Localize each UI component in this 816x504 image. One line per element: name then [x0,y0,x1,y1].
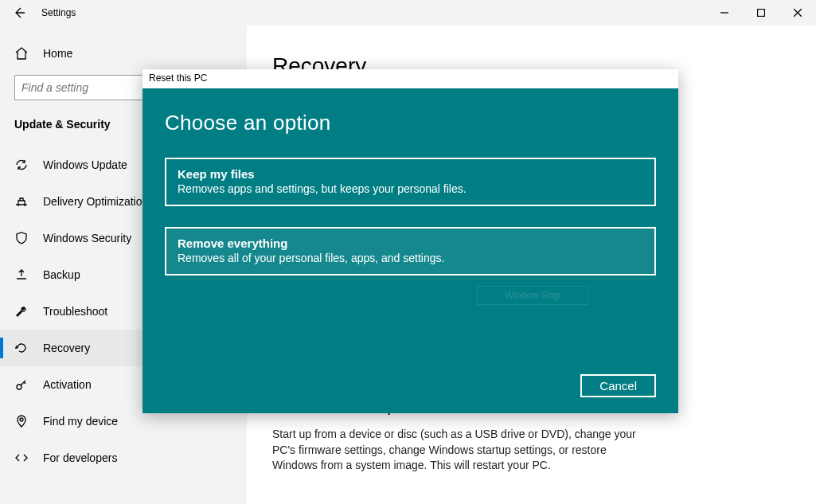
dialog-title: Reset this PC [143,69,678,88]
home-icon [14,46,29,61]
option-desc: Removes apps and settings, but keeps you… [178,182,643,195]
sidebar-item-label: Find my device [43,415,118,428]
wrench-icon [14,304,29,318]
sidebar-item-label: Windows Security [43,232,131,244]
reset-pc-dialog: Reset this PC Choose an option Keep my f… [143,69,678,413]
close-button[interactable] [779,0,816,25]
key-icon [14,377,29,392]
sidebar-item-label: Windows Update [43,158,127,171]
backup-icon [14,268,29,282]
shield-icon [14,231,29,245]
back-button[interactable] [0,0,38,25]
advanced-startup-body: Start up from a device or disc (such as … [272,427,638,474]
option-title: Keep my files [178,167,643,181]
sync-icon [14,158,29,172]
window-controls [706,0,816,25]
close-icon [794,9,802,17]
option-remove-everything[interactable]: Remove everything Removes all of your pe… [165,227,656,275]
sidebar-item-label: Recovery [43,342,90,354]
window-titlebar: Settings [0,0,816,25]
code-icon [14,451,29,465]
maximize-button[interactable] [743,0,779,25]
minimize-button[interactable] [706,0,743,25]
option-desc: Removes all of your personal files, apps… [178,252,643,264]
window-snip-ghost: Window Snip [477,286,588,305]
window-title: Settings [41,7,76,18]
location-icon [14,414,29,428]
svg-rect-0 [758,10,765,17]
dialog-heading: Choose an option [165,111,656,135]
option-title: Remove everything [178,236,643,250]
arrow-left-icon [13,6,25,19]
svg-point-3 [20,418,23,421]
recovery-icon [14,341,29,355]
minimize-icon [720,9,728,17]
sidebar-item-label: Troubleshoot [43,305,107,318]
sidebar-item-label: Delivery Optimization [43,195,148,208]
sidebar-item-label: Backup [43,268,80,281]
delivery-icon [14,194,29,209]
sidebar-item-label: Activation [43,378,92,391]
maximize-icon [757,9,765,17]
dialog-body: Choose an option Keep my files Removes a… [143,88,678,413]
nav-home-label: Home [43,47,72,60]
sidebar-item-for-developers[interactable]: For developers [0,440,247,476]
cancel-button[interactable]: Cancel [580,374,656,397]
sidebar-item-label: For developers [43,451,117,464]
option-keep-my-files[interactable]: Keep my files Removes apps and settings,… [165,158,656,206]
